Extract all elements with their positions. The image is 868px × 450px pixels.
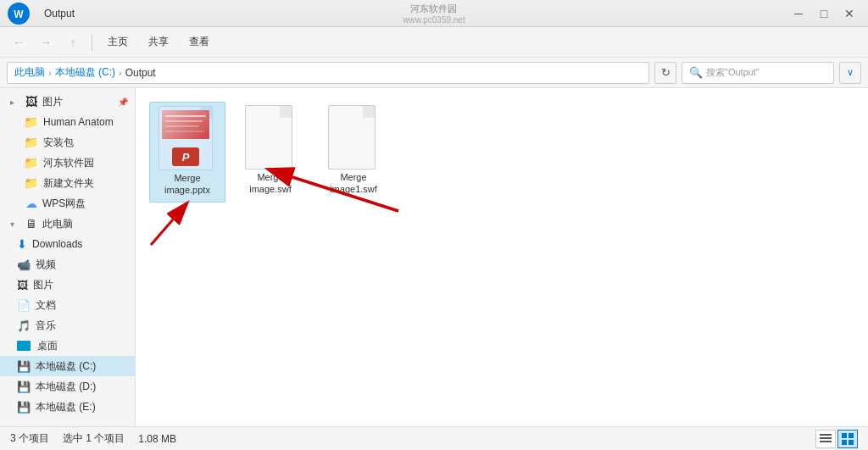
status-bar: 3 个项目 选中 1 个项目 1.08 MB: [0, 426, 868, 450]
local-e-icon: 💾: [17, 401, 31, 414]
expand-icon-this-pc: ▾: [10, 219, 20, 229]
documents-icon: 📄: [17, 299, 31, 312]
title-bar: W 河东软件园 www.pc0359.net Output ─ □ ✕: [0, 0, 868, 27]
path-this-pc[interactable]: 此电脑: [14, 65, 45, 80]
close-button[interactable]: ✕: [837, 3, 861, 24]
status-selected: 选中 1 个项目: [63, 431, 125, 446]
search-icon: 🔍: [689, 66, 703, 79]
view-tab[interactable]: 查看: [181, 31, 218, 54]
view-list-button[interactable]: [815, 430, 836, 448]
window-title: Output: [44, 8, 75, 19]
folder-icon-install: 📁: [24, 136, 38, 149]
folder-icon-new: 📁: [24, 176, 38, 190]
file-item-merge-swf1[interactable]: Merge image1.swf: [315, 102, 392, 201]
view-details-button[interactable]: [837, 430, 858, 448]
status-item-count: 3 个项目: [10, 431, 49, 446]
videos-icon: 📹: [17, 258, 31, 271]
address-path-box[interactable]: 此电脑 › 本地磁盘 (C:) › Output: [7, 62, 649, 84]
sidebar-label-pictures2: 图片: [33, 278, 53, 292]
toolbar-separator: [92, 34, 92, 51]
file-label-merge-swf: Merge image.swf: [236, 171, 305, 196]
pin-icon: 📌: [118, 97, 128, 107]
watermark-line2: www.pc0359.net: [403, 15, 465, 25]
sidebar-label-hedong: 河东软件园: [43, 156, 94, 170]
watermark-line1: 河东软件园: [410, 3, 457, 15]
svg-rect-6: [820, 437, 832, 439]
path-local-disk[interactable]: 本地磁盘 (C:): [55, 65, 115, 80]
desktop-icon: [17, 341, 31, 351]
sidebar-item-this-pc[interactable]: ▾ 🖥 此电脑: [0, 214, 135, 234]
address-bar: 此电脑 › 本地磁盘 (C:) › Output ↻ 🔍 搜索"Output" …: [0, 58, 868, 88]
sidebar-item-local-d[interactable]: 💾 本地磁盘 (D:): [0, 376, 135, 397]
music-icon: 🎵: [17, 319, 31, 332]
path-sep-1: ›: [48, 68, 52, 78]
sidebar-label-videos: 视频: [36, 258, 56, 272]
file-item-merge-swf[interactable]: Merge image.swf: [232, 102, 309, 201]
sidebar-label-local-e: 本地磁盘 (E:): [36, 400, 96, 414]
sidebar-item-new-folder[interactable]: 📁 新建文件夹: [0, 173, 135, 193]
files-grid: P Merge image.pptx: [149, 102, 854, 203]
maximize-button[interactable]: □: [812, 3, 836, 24]
sidebar-label-downloads: Downloads: [32, 238, 82, 250]
up-button[interactable]: ↑: [61, 31, 85, 54]
toolbar: ← → ↑ 主页 共享 查看: [0, 27, 868, 58]
sidebar-item-local-c[interactable]: 💾 本地磁盘 (C:): [0, 356, 135, 376]
forward-button[interactable]: →: [34, 31, 58, 54]
view-toggle: [815, 430, 858, 448]
sidebar-item-hedong[interactable]: 📁 河东软件园: [0, 153, 135, 173]
svg-rect-8: [842, 433, 847, 438]
sidebar-label-documents: 文档: [36, 298, 56, 313]
file-item-merge-pptx[interactable]: P Merge image.pptx: [149, 102, 225, 203]
sidebar-item-pictures2[interactable]: 🖼 图片: [0, 275, 135, 295]
refresh-button[interactable]: ↻: [654, 62, 676, 84]
sidebar-item-human-anatomy[interactable]: 📁 Human Anatom: [0, 112, 135, 132]
local-d-icon: 💾: [17, 381, 31, 393]
sidebar-item-videos[interactable]: 📹 视频: [0, 254, 135, 275]
main-layout: ▸ 🖼 图片 📌 📁 Human Anatom 📁 安装包 📁 河东软件园 📁 …: [0, 88, 868, 426]
search-placeholder: 搜索"Output": [706, 66, 760, 79]
sidebar-label-music: 音乐: [36, 319, 56, 333]
sidebar-label-wps-cloud: WPS网盘: [42, 197, 86, 211]
sidebar-item-documents[interactable]: 📄 文档: [0, 295, 135, 315]
minimize-button[interactable]: ─: [787, 3, 810, 24]
path-current: Output: [125, 67, 156, 79]
sidebar-item-pictures[interactable]: ▸ 🖼 图片 📌: [0, 92, 135, 112]
window-controls: ─ □ ✕: [787, 3, 861, 24]
sidebar-label-this-pc: 此电脑: [42, 217, 73, 231]
pictures2-icon: 🖼: [17, 279, 28, 292]
expand-icon-pictures: ▸: [10, 97, 20, 107]
svg-rect-11: [849, 440, 854, 445]
sidebar-item-downloads[interactable]: ⬇ Downloads: [0, 234, 135, 254]
file-icon-swf: [240, 107, 301, 168]
sidebar-label-local-d: 本地磁盘 (D:): [36, 380, 96, 394]
home-tab[interactable]: 主页: [99, 31, 136, 54]
sidebar-item-local-e[interactable]: 💾 本地磁盘 (E:): [0, 397, 135, 417]
path-sep-2: ›: [119, 68, 122, 78]
back-button[interactable]: ←: [7, 31, 31, 54]
svg-rect-5: [820, 434, 832, 436]
sidebar-label-pictures: 图片: [42, 95, 63, 109]
search-box[interactable]: 🔍 搜索"Output": [682, 62, 834, 84]
sidebar-label-install: 安装包: [43, 136, 74, 150]
sidebar-item-music[interactable]: 🎵 音乐: [0, 315, 135, 336]
file-icon-pptx: P: [157, 108, 218, 169]
expand-button[interactable]: ∨: [839, 62, 861, 84]
cloud-icon: ☁: [25, 197, 37, 210]
share-tab[interactable]: 共享: [140, 31, 177, 54]
file-label-merge-swf1: Merge image1.swf: [319, 171, 388, 196]
sidebar-label-desktop: 桌面: [37, 339, 58, 353]
file-label-merge-pptx: Merge image.pptx: [153, 172, 221, 197]
folder-icon-human: 📁: [24, 115, 38, 129]
sidebar-label-local-c: 本地磁盘 (C:): [36, 359, 96, 374]
svg-rect-7: [820, 441, 832, 442]
sidebar-item-install[interactable]: 📁 安装包: [0, 132, 135, 153]
svg-line-3: [151, 219, 173, 245]
downloads-icon: ⬇: [17, 237, 27, 251]
sidebar: ▸ 🖼 图片 📌 📁 Human Anatom 📁 安装包 📁 河东软件园 📁 …: [0, 88, 136, 426]
content-area: P Merge image.pptx: [136, 88, 868, 426]
file-icon-swf1: [323, 107, 384, 168]
sidebar-item-desktop[interactable]: 桌面: [0, 336, 135, 356]
pictures-icon: 🖼: [25, 95, 37, 108]
svg-rect-9: [849, 433, 854, 438]
sidebar-item-wps-cloud[interactable]: ☁ WPS网盘: [0, 193, 135, 214]
